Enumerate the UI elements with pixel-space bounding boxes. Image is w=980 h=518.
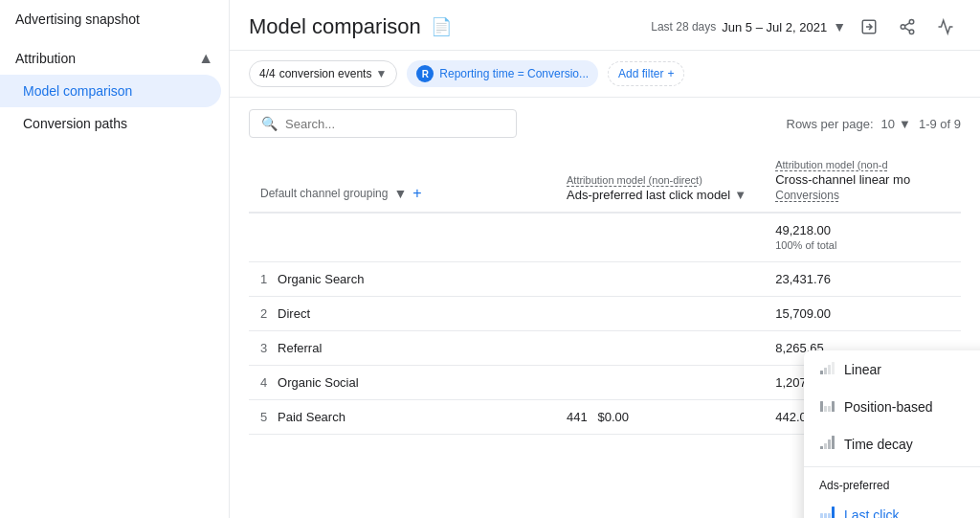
sidebar-section-attribution[interactable]: Attribution ▲ (0, 42, 229, 75)
svg-rect-12 (820, 446, 823, 449)
svg-rect-15 (832, 436, 835, 449)
table-area: 🔍 Rows per page: 10 ▼ 1-9 of 9 (230, 98, 980, 518)
svg-rect-19 (832, 507, 835, 518)
svg-rect-18 (828, 513, 831, 518)
add-filter-label: Add filter (618, 67, 663, 80)
channel-add-icon[interactable]: + (412, 185, 421, 202)
dropdown-item-position-based[interactable]: Position-based (804, 388, 980, 425)
search-input[interactable] (285, 117, 504, 131)
page-title: Model comparison (249, 14, 421, 39)
app-title: Advertising snapshot (0, 0, 229, 34)
row5-model1-val2: $0.00 (598, 410, 630, 424)
export-page-icon[interactable]: 📄 (431, 16, 452, 37)
conversion-events-filter[interactable]: 4/4 conversion events ▼ (249, 60, 397, 87)
channel-header-inner: Default channel grouping ▼ + (260, 185, 544, 202)
sidebar-item-conversion-paths[interactable]: Conversion paths (0, 107, 221, 140)
topbar-left: Model comparison 📄 (249, 14, 452, 39)
search-box[interactable]: 🔍 (249, 109, 517, 138)
dropdown-item-time-decay[interactable]: Time decay (804, 425, 980, 462)
model1-dropdown-icon: ▼ (734, 188, 746, 202)
svg-rect-11 (832, 401, 835, 412)
model2-selector-label: Cross-channel linear mo (775, 172, 910, 187)
time-decay-icon (819, 435, 835, 453)
dropdown-item-last-click-label: Last click (844, 507, 900, 519)
svg-rect-8 (820, 401, 823, 412)
row1-channel-cell: 1 Organic Search (249, 262, 555, 297)
row2-channel-cell: 2 Direct (249, 297, 555, 331)
model1-column-header: Attribution model (non-direct) Ads-prefe… (555, 149, 764, 213)
row4-channel-name: Organic Social (278, 375, 359, 390)
total-channel-cell (249, 213, 555, 262)
filter-bar: 4/4 conversion events ▼ R Reporting time… (230, 51, 980, 98)
row3-model1-cell (555, 331, 764, 366)
row5-channel-name: Paid Search (278, 410, 345, 424)
chart-button[interactable] (930, 11, 961, 42)
row2-number: 2 (260, 306, 267, 321)
search-icon: 🔍 (261, 116, 278, 131)
model2-selector[interactable]: Cross-channel linear mo (775, 172, 949, 187)
conversions-label: Conversions (775, 189, 949, 202)
row5-model1-cell: 441 $0.00 (555, 400, 764, 435)
row4-channel-cell: 4 Organic Social (249, 366, 555, 400)
share-button[interactable] (892, 11, 923, 42)
channel-header-label: Default channel grouping (260, 187, 388, 200)
model1-selector-label: Ads-preferred last click model (567, 188, 730, 202)
row5-model1-value: 441 (567, 410, 588, 424)
model2-label: Attribution model (non-d (775, 159, 949, 170)
svg-point-2 (901, 25, 905, 30)
model2-header-inner: Attribution model (non-d Cross-channel l… (775, 159, 949, 202)
dropdown-item-linear[interactable]: Linear (804, 350, 980, 388)
row1-conversions-cell: 23,431.76 (764, 262, 961, 297)
table-row: 2 Direct 15,709.00 (249, 297, 961, 331)
row2-channel-name: Direct (278, 306, 310, 321)
svg-rect-7 (832, 362, 835, 374)
date-label: Last 28 days (651, 20, 716, 34)
dropdown-item-last-click[interactable]: Last click (804, 496, 980, 518)
row5-channel-cell: 5 Paid Search (249, 400, 555, 435)
row2-model1-cell (555, 297, 764, 331)
add-filter-plus-icon: + (667, 67, 674, 80)
row3-number: 3 (260, 341, 267, 355)
svg-rect-9 (824, 406, 827, 412)
sidebar: Advertising snapshot Attribution ▲ Model… (0, 0, 230, 518)
rows-per-page-select[interactable]: 10 ▼ (881, 117, 911, 131)
rows-select-chevron-icon: ▼ (899, 117, 911, 131)
svg-rect-14 (828, 439, 831, 449)
dropdown-item-position-label: Position-based (844, 399, 933, 415)
row1-channel-name: Organic Search (278, 272, 364, 286)
svg-rect-5 (824, 368, 827, 374)
conversion-chevron-icon: ▼ (375, 67, 387, 80)
table-row: 1 Organic Search 23,431.76 (249, 262, 961, 297)
dropdown-item-linear-label: Linear (844, 362, 881, 377)
reporting-time-filter[interactable]: R Reporting time = Conversio... (407, 60, 598, 87)
dropdown-section-label: Ads-preferred (804, 471, 980, 496)
date-range-selector[interactable]: Last 28 days Jun 5 – Jul 2, 2021 ▼ (651, 19, 846, 34)
svg-rect-10 (828, 406, 831, 412)
row3-channel-cell: 3 Referral (249, 331, 555, 366)
model1-header-inner: Attribution model (non-direct) Ads-prefe… (567, 174, 752, 202)
export-button[interactable] (854, 11, 884, 42)
position-based-icon (819, 397, 835, 416)
dropdown-scroll: Linear Position-base (804, 350, 980, 518)
svg-rect-4 (820, 371, 823, 374)
table-total-row: 49,218.00 100% of total (249, 213, 961, 262)
page-info: 1-9 of 9 (919, 117, 961, 131)
sidebar-section-label: Attribution (15, 51, 76, 66)
pagination: Rows per page: 10 ▼ 1-9 of 9 (787, 117, 962, 131)
model1-selector[interactable]: Ads-preferred last click model ▼ (567, 188, 752, 202)
svg-point-3 (909, 30, 914, 34)
rows-per-page-value: 10 (881, 117, 895, 131)
total-conversions: 49,218.00 (775, 223, 831, 237)
sidebar-item-model-comparison[interactable]: Model comparison (0, 75, 221, 107)
chevron-up-icon: ▲ (198, 50, 213, 67)
row2-conversions-cell: 15,709.00 (764, 297, 961, 331)
date-chevron-icon: ▼ (833, 19, 846, 34)
channel-column-header: Default channel grouping ▼ + (249, 149, 555, 213)
row1-model1-cell (555, 262, 764, 297)
add-filter-button[interactable]: Add filter + (608, 61, 684, 86)
channel-header-chevron-icon[interactable]: ▼ (393, 186, 407, 201)
table-toolbar: 🔍 Rows per page: 10 ▼ 1-9 of 9 (249, 98, 961, 149)
filter-chip-label: Reporting time = Conversio... (439, 67, 589, 80)
rows-per-page-label: Rows per page: (787, 117, 874, 131)
svg-rect-6 (828, 365, 831, 374)
